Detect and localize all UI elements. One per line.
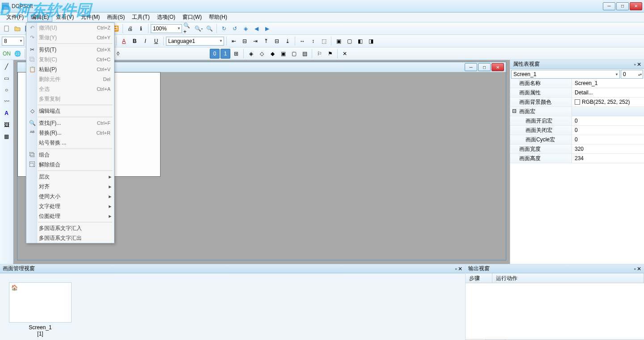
- info-icon[interactable]: ℹ: [136, 24, 146, 34]
- align-obj-center-icon[interactable]: ⊟: [240, 36, 250, 46]
- menu-component[interactable]: 元件(M): [77, 13, 103, 22]
- property-row[interactable]: ⊟画面宏: [510, 107, 644, 116]
- open-icon[interactable]: [13, 24, 22, 34]
- nav-left-icon[interactable]: ◀: [251, 24, 261, 34]
- panel-dock-icon[interactable]: ▫: [634, 266, 636, 272]
- fontsize-combo[interactable]: 8▼: [2, 37, 24, 46]
- x2-icon[interactable]: ◇: [257, 49, 267, 59]
- bold-icon[interactable]: B: [130, 36, 140, 46]
- x1-icon[interactable]: ◈: [246, 49, 256, 59]
- menu-item-[interactable]: 文字处理: [26, 201, 114, 211]
- tool-9-icon[interactable]: ◊: [113, 49, 123, 59]
- menu-item-[interactable]: 层次: [26, 172, 114, 182]
- menu-file[interactable]: 文件(F): [3, 13, 27, 22]
- zoom-out-icon[interactable]: 🔍-: [194, 24, 203, 34]
- globe-icon[interactable]: 🌐: [13, 49, 22, 59]
- menu-item-[interactable]: ⿹解除组合: [26, 160, 114, 170]
- maximize-button[interactable]: □: [616, 2, 629, 10]
- send-back-icon[interactable]: ▢: [344, 36, 354, 46]
- property-value[interactable]: 234: [572, 154, 644, 163]
- property-row[interactable]: 画面开启宏0: [510, 116, 644, 126]
- circle-icon[interactable]: ○: [2, 85, 12, 95]
- align-obj-bottom-icon[interactable]: ⤓: [283, 36, 292, 46]
- zoom-combo[interactable]: 100%▼: [151, 24, 182, 33]
- menu-item-T[interactable]: ✂剪切(T)Ctrl+X: [26, 45, 114, 55]
- menu-screen[interactable]: 画面(S): [103, 13, 128, 22]
- panel-dock-icon[interactable]: ▫: [455, 266, 457, 272]
- canvas-maximize-button[interactable]: □: [478, 63, 491, 71]
- panel-close-icon[interactable]: ✕: [637, 266, 641, 272]
- property-row[interactable]: 画面Cycle宏0: [510, 135, 644, 144]
- text-icon[interactable]: A: [2, 108, 12, 118]
- property-value[interactable]: RGB(252, 252, 252): [572, 98, 644, 106]
- screen-index-spinner[interactable]: 0▴▾: [621, 70, 643, 79]
- state-1-icon[interactable]: 1: [220, 49, 230, 59]
- zoom-fit-icon[interactable]: 🔍: [204, 24, 214, 34]
- new-icon[interactable]: [2, 24, 12, 34]
- curve-icon[interactable]: 〰: [2, 97, 12, 106]
- grid-icon[interactable]: ▦: [2, 132, 12, 141]
- menu-item-[interactable]: ◇编辑端点: [26, 106, 114, 116]
- align-obj-left-icon[interactable]: ⇤: [229, 36, 239, 46]
- line-icon[interactable]: ╱: [2, 62, 12, 72]
- refresh-icon[interactable]: ↻: [219, 24, 229, 34]
- x9-icon[interactable]: ✕: [340, 49, 350, 59]
- language-combo[interactable]: Language1▼: [166, 37, 224, 46]
- menu-item-[interactable]: ⿻组合: [26, 150, 114, 160]
- property-value[interactable]: 0: [572, 116, 644, 125]
- props-icon[interactable]: ⊞: [231, 49, 241, 59]
- property-row[interactable]: 画面背景颜色RGB(252, 252, 252): [510, 98, 644, 107]
- menu-item-F[interactable]: 🔍查找(F)...Ctrl+F: [26, 118, 114, 128]
- property-row[interactable]: 画面高度234: [510, 154, 644, 163]
- image-icon[interactable]: 🖼: [2, 120, 12, 130]
- screen-select-combo[interactable]: Screen_1▼: [511, 70, 620, 79]
- canvas-minimize-button[interactable]: ─: [465, 63, 477, 71]
- send-backward-icon[interactable]: ◨: [366, 36, 376, 46]
- property-value[interactable]: 0: [572, 126, 644, 135]
- bring-front-icon[interactable]: ▣: [334, 36, 343, 46]
- menu-item-[interactable]: 使同大小: [26, 191, 114, 201]
- menu-help[interactable]: 帮助(H): [205, 13, 231, 22]
- property-row[interactable]: 画面关闭宏0: [510, 126, 644, 135]
- property-value[interactable]: Detail...: [572, 88, 644, 97]
- bring-forward-icon[interactable]: ◧: [355, 36, 365, 46]
- menu-edit[interactable]: 编辑(E): [27, 13, 52, 22]
- rect-icon[interactable]: ▭: [2, 73, 12, 83]
- menu-item-[interactable]: 多国语系文字汇入: [26, 223, 114, 233]
- x5-icon[interactable]: ▢: [289, 49, 299, 59]
- x7-icon[interactable]: ⚐: [314, 49, 324, 59]
- menu-item-[interactable]: 站号替换 ...: [26, 138, 114, 148]
- x4-icon[interactable]: ▣: [278, 49, 288, 59]
- property-value[interactable]: 0: [572, 135, 644, 144]
- menu-item-[interactable]: 多国语系文字汇出: [26, 233, 114, 243]
- align-obj-middle-icon[interactable]: ⊟: [272, 36, 282, 46]
- menu-view[interactable]: 查看(V): [52, 13, 77, 22]
- menu-item-[interactable]: 对齐: [26, 182, 114, 191]
- menu-item-P[interactable]: 📋粘贴(P)Ctrl+V: [26, 64, 114, 74]
- screen-thumb[interactable]: 🏠 Screen_1 [1]: [9, 282, 72, 337]
- zoom-in-icon[interactable]: 🔍+: [183, 24, 193, 34]
- close-button[interactable]: ✕: [630, 2, 642, 10]
- property-row[interactable]: 画面属性Detail...: [510, 88, 644, 98]
- property-row[interactable]: 画面宽度320: [510, 144, 644, 154]
- menu-item-[interactable]: 位图处理: [26, 211, 114, 221]
- italic-icon[interactable]: I: [140, 36, 150, 46]
- panel-dock-icon[interactable]: ▫: [634, 61, 636, 68]
- minimize-button[interactable]: ─: [603, 2, 615, 10]
- canvas-close-button[interactable]: ✕: [491, 63, 504, 71]
- nav-right-icon[interactable]: ▶: [262, 24, 272, 34]
- property-value[interactable]: Screen_1: [572, 79, 644, 88]
- same-size-icon[interactable]: ⬚: [319, 36, 329, 46]
- online-icon[interactable]: ON: [2, 49, 12, 59]
- property-value[interactable]: 320: [572, 144, 644, 153]
- state-0-icon[interactable]: 0: [210, 49, 220, 59]
- panel-close-icon[interactable]: ✕: [637, 61, 641, 68]
- print-icon[interactable]: 🖨: [125, 24, 135, 34]
- x6-icon[interactable]: ▤: [300, 49, 309, 59]
- menu-item-R[interactable]: ᴬᴮ替换(R)...Ctrl+R: [26, 128, 114, 138]
- align-obj-right-icon[interactable]: ⇥: [250, 36, 260, 46]
- bookmark-icon[interactable]: ◈: [241, 24, 250, 34]
- menu-window[interactable]: 窗口(W): [179, 13, 205, 22]
- panel-close-icon[interactable]: ✕: [458, 266, 462, 272]
- menu-tools[interactable]: 工具(T): [128, 13, 153, 22]
